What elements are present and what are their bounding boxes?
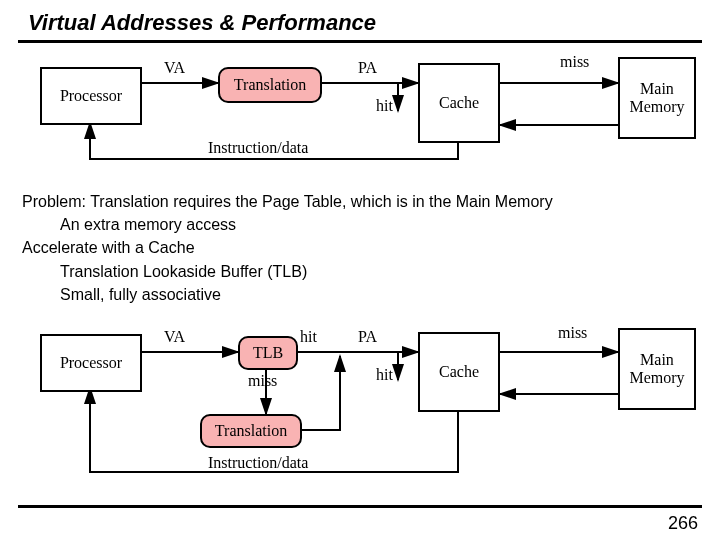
pa-label-2: PA bbox=[358, 328, 377, 346]
miss-cache-label: miss bbox=[558, 324, 587, 342]
body-line-1: Problem: Translation requires the Page T… bbox=[22, 190, 553, 213]
body-line-3: Accelerate with a Cache bbox=[22, 236, 553, 259]
page-title: Virtual Addresses & Performance bbox=[0, 0, 720, 40]
main-memory-box: Main Memory bbox=[618, 57, 696, 139]
body-line-5: Small, fully associative bbox=[22, 283, 553, 306]
instr-data-label-2: Instruction/data bbox=[208, 454, 308, 472]
miss-label: miss bbox=[560, 53, 589, 71]
cache-box-2: Cache bbox=[418, 332, 500, 412]
va-label-2: VA bbox=[164, 328, 185, 346]
translation-box-2: Translation bbox=[200, 414, 302, 448]
page-number: 266 bbox=[668, 513, 698, 534]
translation-box: Translation bbox=[218, 67, 322, 103]
processor-box-2: Processor bbox=[40, 334, 142, 392]
processor-box: Processor bbox=[40, 67, 142, 125]
hit-label: hit bbox=[376, 97, 393, 115]
diagram-1: Processor Translation Cache Main Memory … bbox=[0, 43, 720, 183]
body-text: Problem: Translation requires the Page T… bbox=[22, 190, 553, 306]
va-label: VA bbox=[164, 59, 185, 77]
main-memory-box-2: Main Memory bbox=[618, 328, 696, 410]
body-line-4: Translation Lookaside Buffer (TLB) bbox=[22, 260, 553, 283]
footer-rule bbox=[18, 505, 702, 508]
tlb-box: TLB bbox=[238, 336, 298, 370]
miss-tlb-label: miss bbox=[248, 372, 277, 390]
cache-box: Cache bbox=[418, 63, 500, 143]
instr-data-label: Instruction/data bbox=[208, 139, 308, 157]
diagram-2: Processor TLB Translation Cache Main Mem… bbox=[0, 316, 720, 516]
body-line-2: An extra memory access bbox=[22, 213, 553, 236]
hit-cache-label: hit bbox=[376, 366, 393, 384]
hit-tlb-label: hit bbox=[300, 328, 317, 346]
pa-label: PA bbox=[358, 59, 377, 77]
